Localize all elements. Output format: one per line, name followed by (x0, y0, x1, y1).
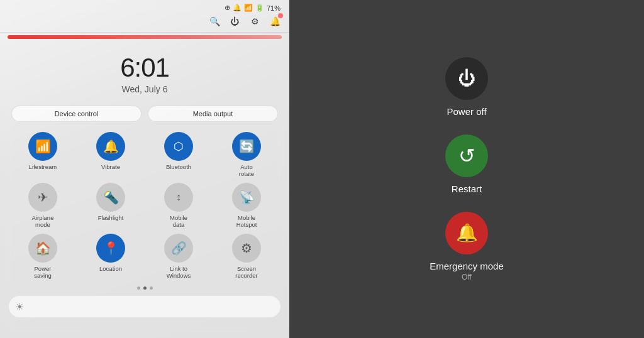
power-off-option[interactable]: ⏻ Power off (445, 57, 488, 117)
quick-tiles-grid: 📶 Lifestream 🔔 Vibrate ⬡ Bluetooth 🔄 Aut… (0, 128, 289, 283)
hotspot-label: MobileHotspot (236, 214, 257, 229)
settings-icon[interactable]: ⚙ (248, 14, 262, 28)
tile-mobile-data[interactable]: ↕ Mobiledata (147, 183, 210, 229)
screen-recorder-icon: ⚙ (232, 234, 261, 263)
power-saving-label: Powersaving (34, 265, 51, 280)
vibrate-icon: 🔔 (96, 132, 125, 161)
lifestream-label: Lifestream (29, 163, 57, 170)
media-output-button[interactable]: Media output (148, 106, 278, 122)
power-saving-icon: 🏠 (28, 234, 57, 263)
clock-date: Wed, July 6 (0, 84, 289, 94)
bluetooth-tile-icon: ⬡ (164, 132, 193, 161)
mobile-data-label: Mobiledata (170, 214, 187, 229)
power-off-label: Power off (447, 106, 486, 117)
tile-bluetooth[interactable]: ⬡ Bluetooth (147, 132, 210, 178)
tile-lifestream[interactable]: 📶 Lifestream (11, 132, 74, 178)
tile-screen-recorder[interactable]: ⚙ Screenrecorder (215, 234, 278, 280)
control-buttons-row: Device control Media output (0, 99, 289, 128)
emergency-label: Emergency mode (430, 261, 504, 271)
emergency-sublabel: Off (462, 273, 472, 281)
restart-circle: ↺ (445, 134, 488, 177)
power-menu-panel: ⏻ Power off ↺ Restart 🔔 Emergency mode O… (289, 0, 644, 338)
hotspot-icon: 📡 (232, 183, 261, 212)
status-bar: ⊕ 🔔 📶 🔋 71% (0, 0, 289, 13)
tile-location[interactable]: 📍 Location (79, 234, 142, 280)
page-dots (0, 283, 289, 293)
quick-action-icons: 🔍 ⏻ ⚙ 🔔 (0, 13, 289, 33)
clock-time: 6:01 (0, 53, 289, 83)
tile-vibrate[interactable]: 🔔 Vibrate (79, 132, 142, 178)
tile-hotspot[interactable]: 📡 MobileHotspot (215, 183, 278, 229)
dot-1 (137, 286, 140, 290)
notifications-icon[interactable]: 🔔 (268, 14, 282, 28)
sound-icon: 🔔 (233, 4, 242, 12)
tile-airplane[interactable]: ✈ Airplanemode (11, 183, 74, 229)
emergency-circle: 🔔 (445, 212, 488, 254)
vibrate-label: Vibrate (101, 163, 120, 170)
restart-label: Restart (452, 183, 482, 194)
sun-icon: ☀ (15, 301, 24, 313)
link-windows-label: Link toWindows (167, 265, 191, 280)
airplane-label: Airplanemode (32, 214, 54, 229)
tile-link-windows[interactable]: 🔗 Link toWindows (147, 234, 210, 280)
tile-flashlight[interactable]: 🔦 Flashlight (79, 183, 142, 229)
auto-rotate-icon: 🔄 (232, 132, 261, 161)
restart-option[interactable]: ↺ Restart (445, 134, 488, 194)
quick-settings-panel: ⊕ 🔔 📶 🔋 71% 🔍 ⏻ ⚙ 🔔 6:01 Wed, July 6 Dev… (0, 0, 289, 338)
lifestream-icon: 📶 (28, 132, 57, 161)
link-windows-icon: 🔗 (164, 234, 193, 263)
highlight-bar (8, 35, 282, 39)
tile-auto-rotate[interactable]: 🔄 Autorotate (215, 132, 278, 178)
signal-icon: 📶 (244, 4, 253, 12)
location-label: Location (99, 265, 122, 272)
bluetooth-icon: ⊕ (225, 4, 230, 12)
mobile-data-icon: ↕ (164, 183, 193, 212)
screen-recorder-label: Screenrecorder (235, 265, 257, 280)
power-off-circle: ⏻ (445, 57, 488, 100)
search-icon[interactable]: 🔍 (208, 14, 221, 28)
location-icon: 📍 (96, 234, 125, 263)
dot-2 (143, 286, 147, 290)
emergency-option[interactable]: 🔔 Emergency mode Off (430, 212, 504, 281)
device-control-button[interactable]: Device control (11, 106, 142, 122)
search-bar[interactable]: ☀ (9, 296, 280, 317)
bluetooth-label: Bluetooth (166, 163, 191, 170)
dot-3 (150, 286, 153, 290)
time-display: 6:01 Wed, July 6 (0, 41, 289, 99)
tile-power-saving[interactable]: 🏠 Powersaving (11, 234, 74, 280)
battery-icon: 🔋 (255, 4, 264, 12)
battery-percent: 71% (267, 4, 280, 12)
power-icon[interactable]: ⏻ (228, 14, 242, 28)
flashlight-label: Flashlight (98, 214, 124, 221)
auto-rotate-label: Autorotate (239, 163, 254, 178)
airplane-icon: ✈ (28, 183, 57, 212)
flashlight-icon: 🔦 (96, 183, 125, 212)
